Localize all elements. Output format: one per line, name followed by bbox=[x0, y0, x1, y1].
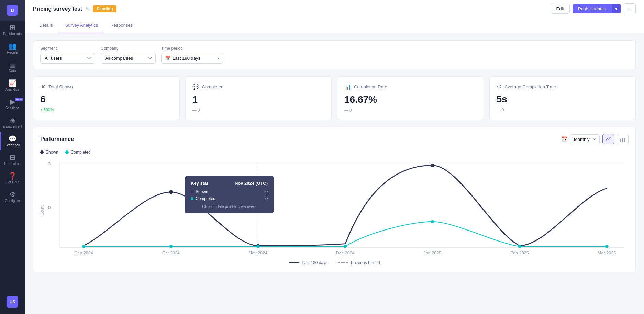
line-chart-button[interactable] bbox=[602, 134, 614, 144]
sidebar-label-feedback: Feedback bbox=[5, 143, 20, 147]
logo-icon[interactable]: u bbox=[7, 5, 18, 16]
tab-responses[interactable]: Responses bbox=[104, 18, 139, 33]
sidebar-label-get-help: Get Help bbox=[5, 180, 19, 184]
chart-bottom-legend: Last 180 days Previous Period bbox=[40, 260, 629, 265]
sessions-icon: ▶ bbox=[10, 98, 15, 105]
chart-title: Performance bbox=[40, 136, 74, 142]
stat-completion-rate-change: — 0 bbox=[344, 108, 352, 113]
chart-header: Performance 📅 Monthly Weekly Daily bbox=[40, 134, 629, 144]
svg-text:Sep 2024: Sep 2024 bbox=[75, 251, 93, 255]
stat-completion-rate-label: Completion Rate bbox=[354, 84, 387, 89]
tab-details[interactable]: Details bbox=[33, 18, 59, 33]
stat-completion-rate-footer: — 0 bbox=[344, 108, 477, 113]
svg-text:Jan 2025: Jan 2025 bbox=[423, 251, 442, 255]
chart-tooltip: Key stat Nov 2024 (UTC) Shown 0 Com bbox=[185, 176, 274, 213]
svg-rect-1 bbox=[622, 138, 623, 142]
push-updates-button[interactable]: Push Updates bbox=[573, 4, 612, 13]
sidebar-bottom: US bbox=[0, 293, 25, 314]
time-label: Time period bbox=[161, 46, 223, 51]
sidebar-item-feedback[interactable]: 💬 Feedback bbox=[0, 132, 25, 150]
time-period-filter: Time period 📅 Last 180 days ▾ bbox=[161, 46, 223, 64]
sidebar-logo: u bbox=[0, 0, 25, 21]
stat-total-shown-value: 6 bbox=[40, 94, 173, 105]
company-filter: Company All companies bbox=[101, 46, 156, 64]
tabs-bar: Details Survey Analytics Responses bbox=[25, 18, 644, 33]
chart-controls: 📅 Monthly Weekly Daily bbox=[562, 134, 629, 144]
stat-completed-change: — 0 bbox=[192, 108, 200, 113]
sidebar-item-analytics[interactable]: 📈 Analytics bbox=[0, 76, 25, 95]
main-content: Pricing survey test ✎ Pending Edit Push … bbox=[25, 0, 644, 314]
tooltip-shown-value: 0 bbox=[265, 189, 268, 194]
legend-solid-line bbox=[289, 262, 299, 263]
stat-total-shown-footer: ↑ 500% bbox=[40, 108, 173, 112]
tooltip-header: Key stat Nov 2024 (UTC) bbox=[191, 181, 268, 186]
svg-text:Nov 2024: Nov 2024 bbox=[249, 251, 268, 255]
sidebar-item-dashboards[interactable]: ⊞ Dashboards bbox=[0, 21, 25, 39]
segment-select[interactable]: All users bbox=[40, 53, 95, 64]
svg-text:Feb 2025: Feb 2025 bbox=[510, 251, 529, 255]
stat-completed: 💬 Completed 1 — 0 bbox=[185, 76, 332, 120]
content-area: Segment All users Company All companies … bbox=[25, 33, 644, 314]
legend-last-180-label: Last 180 days bbox=[302, 260, 327, 265]
sidebar-item-sessions[interactable]: ▶ Sessions Beta bbox=[0, 95, 25, 113]
sidebar-item-production[interactable]: ⊟ Production bbox=[0, 150, 25, 169]
edit-button[interactable]: Edit bbox=[551, 4, 570, 14]
legend-shown: Shown bbox=[40, 150, 58, 155]
legend-previous-label: Previous Period bbox=[351, 260, 380, 265]
chart-calendar-icon: 📅 bbox=[562, 136, 567, 142]
configure-icon: ⚙ bbox=[9, 191, 15, 198]
dashboards-icon: ⊞ bbox=[10, 24, 15, 31]
stat-completed-footer: — 0 bbox=[192, 108, 325, 113]
chart-legend: Shown Completed bbox=[40, 150, 629, 155]
legend-shown-label: Shown bbox=[46, 150, 58, 155]
tab-survey-analytics[interactable]: Survey Analytics bbox=[59, 18, 104, 33]
period-select[interactable]: Monthly Weekly Daily bbox=[570, 134, 600, 144]
push-updates-group: Push Updates ▾ bbox=[573, 4, 621, 13]
tooltip-shown-label: Shown bbox=[196, 189, 208, 194]
stat-avg-time-change: — 0 bbox=[497, 108, 504, 112]
svg-text:Dec 2024: Dec 2024 bbox=[336, 251, 355, 255]
beta-badge: Beta bbox=[15, 98, 23, 101]
sidebar-item-configure[interactable]: ⚙ Configure bbox=[0, 188, 25, 206]
tooltip-completed-value: 0 bbox=[265, 196, 268, 201]
performance-svg: 3 0 Sep 2024 Oct 2024 Nov 2024 Dec 2024 … bbox=[40, 159, 629, 255]
tooltip-completed-label-group: Completed bbox=[191, 196, 215, 201]
sidebar: u ⊞ Dashboards 👥 People ▦ Data 📈 Analyti… bbox=[0, 0, 25, 314]
svg-point-23 bbox=[344, 245, 347, 248]
bar-chart-button[interactable] bbox=[617, 134, 629, 144]
tooltip-footer: Click on date point to view users bbox=[191, 204, 268, 209]
edit-pencil-icon[interactable]: ✎ bbox=[86, 6, 90, 12]
push-updates-dropdown-button[interactable]: ▾ bbox=[612, 4, 621, 13]
svg-point-19 bbox=[430, 164, 435, 167]
sidebar-label-engagement: Engagement bbox=[3, 125, 22, 128]
sidebar-label-sessions: Sessions bbox=[5, 106, 20, 110]
data-icon: ▦ bbox=[9, 61, 16, 68]
filters-bar: Segment All users Company All companies … bbox=[33, 40, 636, 69]
timer-icon: ⏱ bbox=[497, 83, 502, 90]
more-options-button[interactable]: ··· bbox=[624, 3, 636, 14]
page-title: Pricing survey test bbox=[33, 6, 82, 12]
legend-dashed-line bbox=[338, 262, 348, 263]
time-period-value: Last 180 days bbox=[173, 56, 200, 61]
svg-point-17 bbox=[169, 190, 173, 194]
performance-chart-card: Performance 📅 Monthly Weekly Daily bbox=[33, 127, 636, 272]
sidebar-label-dashboards: Dashboards bbox=[3, 32, 22, 36]
people-icon: 👥 bbox=[8, 43, 17, 49]
feedback-icon: 💬 bbox=[8, 135, 17, 142]
stat-avg-time-header: ⏱ Average Completion Time bbox=[497, 83, 629, 90]
tooltip-completed-dot bbox=[191, 197, 193, 200]
legend-completed-label: Completed bbox=[71, 150, 91, 155]
time-period-select[interactable]: 📅 Last 180 days ▾ bbox=[161, 53, 223, 64]
header-left: Pricing survey test ✎ Pending bbox=[33, 5, 116, 12]
legend-last-180: Last 180 days bbox=[289, 260, 327, 265]
time-period-chevron: ▾ bbox=[218, 56, 219, 60]
stat-total-shown: 👁 Total Shown 6 ↑ 500% bbox=[33, 76, 180, 120]
sidebar-item-engagement[interactable]: ◈ Engagement bbox=[0, 113, 25, 132]
svg-point-22 bbox=[256, 245, 260, 248]
analytics-icon: 📈 bbox=[8, 80, 17, 87]
sidebar-item-data[interactable]: ▦ Data bbox=[0, 58, 25, 76]
company-select[interactable]: All companies bbox=[101, 53, 156, 64]
user-avatar[interactable]: US bbox=[7, 296, 18, 308]
sidebar-item-get-help[interactable]: ❓ Get Help bbox=[0, 169, 25, 188]
sidebar-item-people[interactable]: 👥 People bbox=[0, 39, 25, 58]
